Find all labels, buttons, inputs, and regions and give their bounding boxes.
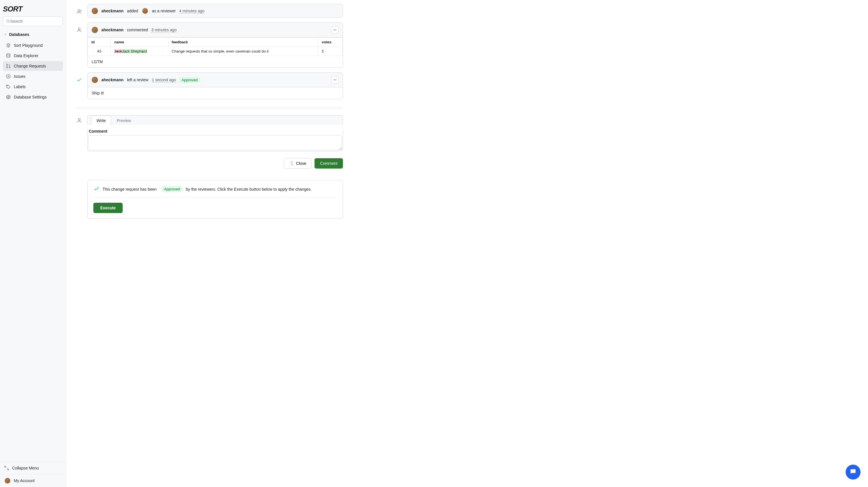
person-icon — [76, 117, 83, 124]
avatar — [142, 8, 148, 14]
nav-label: Database Settings — [14, 95, 46, 99]
diff-table: id name feedback votes 43 JackJack Sheph… — [88, 37, 343, 56]
close-button[interactable]: Close — [284, 158, 312, 168]
cell-feedback: Change requests that so simple, even cav… — [168, 47, 318, 56]
nav-sort-playground[interactable]: Sort Playground — [3, 40, 63, 50]
svg-point-18 — [336, 30, 336, 30]
stack-icon — [6, 43, 11, 48]
chat-fab[interactable] — [846, 464, 861, 480]
approved-badge: Approved — [179, 77, 201, 83]
avatar — [5, 478, 10, 484]
avatar — [92, 27, 98, 33]
verb: added — [127, 9, 138, 13]
svg-point-17 — [335, 30, 335, 30]
comment-button[interactable]: Comment — [314, 158, 343, 168]
svg-point-2 — [7, 54, 10, 55]
chat-icon — [849, 468, 857, 476]
col-feedback: feedback — [168, 38, 318, 47]
verb: commented — [127, 28, 148, 32]
svg-line-10 — [5, 466, 6, 467]
comment-label: Comment — [89, 129, 342, 133]
cell-id: 43 — [88, 47, 111, 56]
suffix: as a reviewer — [152, 9, 176, 13]
table-row: 43 JackJack Shephard Change requests tha… — [88, 47, 343, 56]
collapse-icon — [4, 465, 9, 470]
more-button[interactable] — [331, 26, 339, 34]
more-button[interactable] — [331, 76, 339, 84]
svg-point-16 — [334, 30, 334, 30]
search-input-wrap[interactable] — [3, 17, 63, 26]
account-label: My Account — [14, 478, 34, 483]
svg-point-9 — [8, 96, 9, 98]
svg-line-1 — [9, 22, 10, 23]
nav-label: Labels — [14, 85, 26, 89]
nav-issues[interactable]: Issues — [3, 71, 63, 81]
svg-point-19 — [334, 79, 334, 80]
actor[interactable]: aheckmann — [101, 9, 124, 13]
main-content: aheckmann added as a reviewer 4 minutes … — [66, 0, 868, 487]
diff-added: Jack Shephard — [122, 49, 147, 54]
search-input[interactable] — [10, 19, 60, 24]
event-review: aheckmann left a review 1 second ago App… — [76, 72, 343, 99]
close-cr-icon — [289, 161, 294, 166]
col-name: name — [111, 38, 168, 47]
comment-body: LGTM — [88, 56, 343, 67]
status-card: This change request has been Approved by… — [87, 180, 343, 219]
comment-composer: Write Preview Comment Close Comment — [76, 115, 343, 219]
collapse-label: Collapse Menu — [12, 466, 39, 470]
check-icon — [93, 186, 100, 193]
tab-write[interactable]: Write — [91, 116, 111, 125]
execute-button[interactable]: Execute — [93, 203, 123, 213]
pull-request-icon — [6, 63, 11, 69]
nav-label: Change Requests — [14, 64, 46, 68]
svg-point-7 — [8, 76, 9, 77]
cell-name: JackJack Shephard — [111, 47, 168, 56]
divider — [76, 108, 343, 108]
my-account[interactable]: My Account — [0, 474, 66, 487]
ellipsis-icon — [332, 27, 338, 32]
col-votes: votes — [318, 38, 343, 47]
svg-point-3 — [7, 64, 7, 65]
nav-data-explorer[interactable]: Data Explorer — [3, 51, 63, 61]
timestamp[interactable]: 3 minutes ago — [151, 28, 177, 32]
database-icon — [6, 53, 11, 58]
svg-point-20 — [335, 79, 335, 80]
svg-point-5 — [9, 67, 10, 68]
tag-icon — [6, 84, 11, 89]
person-icon — [76, 26, 83, 33]
close-label: Close — [296, 161, 307, 166]
col-id: id — [88, 38, 111, 47]
event-comment: aheckmann commented 3 minutes ago id nam… — [76, 23, 343, 68]
svg-point-15 — [79, 28, 81, 30]
back-databases-link[interactable]: Databases — [0, 30, 66, 39]
comment-textarea[interactable] — [88, 135, 342, 150]
status-post: by the reviewers. Click the Execute butt… — [186, 187, 312, 192]
timestamp[interactable]: 1 second ago — [152, 77, 176, 83]
nav-label: Issues — [14, 74, 25, 79]
comment-submit-label: Comment — [320, 161, 338, 166]
svg-point-22 — [79, 118, 81, 120]
svg-line-23 — [291, 162, 292, 163]
svg-point-21 — [336, 79, 336, 80]
actor[interactable]: aheckmann — [101, 28, 124, 32]
nav-label: Sort Playground — [14, 43, 42, 48]
nav-change-requests[interactable]: Change Requests — [3, 61, 63, 71]
nav-labels[interactable]: Labels — [3, 82, 63, 92]
search-icon — [6, 19, 10, 24]
back-label: Databases — [9, 32, 29, 37]
brand-logo: SORT — [0, 3, 66, 17]
tab-preview[interactable]: Preview — [111, 116, 136, 125]
gear-icon — [6, 95, 11, 100]
svg-point-0 — [7, 20, 9, 22]
collapse-menu[interactable]: Collapse Menu — [0, 462, 66, 474]
person-add-icon — [76, 8, 83, 15]
actor[interactable]: aheckmann — [101, 77, 124, 82]
verb: left a review — [127, 77, 149, 82]
svg-point-12 — [78, 9, 80, 11]
nav-database-settings[interactable]: Database Settings — [3, 92, 63, 102]
svg-point-8 — [7, 86, 8, 86]
svg-point-6 — [6, 74, 10, 78]
avatar — [92, 77, 98, 83]
timestamp[interactable]: 4 minutes ago — [179, 9, 205, 13]
nav: Sort Playground Data Explorer Change Req… — [0, 39, 66, 462]
